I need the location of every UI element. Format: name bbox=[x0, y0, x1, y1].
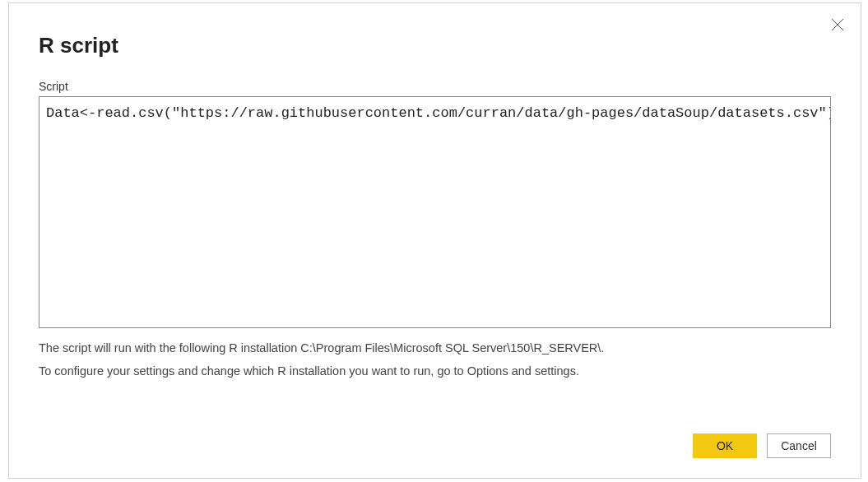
close-button[interactable] bbox=[824, 12, 851, 38]
cancel-button[interactable]: Cancel bbox=[767, 433, 831, 458]
info-text: The script will run with the following R… bbox=[39, 336, 831, 383]
ok-button[interactable]: OK bbox=[693, 433, 757, 458]
info-line-1: The script will run with the following R… bbox=[39, 336, 831, 359]
close-icon bbox=[831, 18, 844, 31]
script-input[interactable] bbox=[39, 96, 831, 328]
r-script-dialog: R script Script The script will run with… bbox=[8, 2, 861, 479]
script-label: Script bbox=[39, 80, 831, 93]
dialog-title: R script bbox=[39, 33, 831, 58]
button-row: OK Cancel bbox=[39, 417, 831, 458]
info-line-2: To configure your settings and change wh… bbox=[39, 359, 831, 382]
